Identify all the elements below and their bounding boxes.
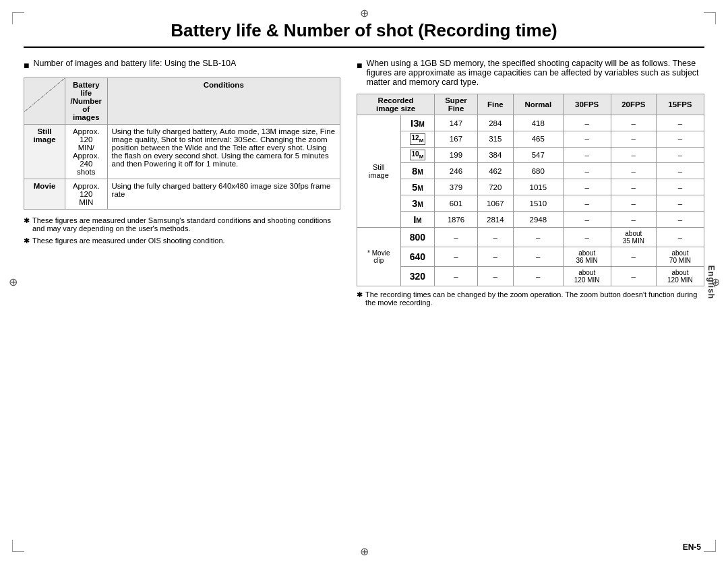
8m-superfine: 246 <box>435 163 477 179</box>
8m-fps20: – <box>611 163 656 179</box>
12m-fine: 315 <box>477 131 513 148</box>
size-1m: IM <box>400 212 435 228</box>
640-fine: – <box>477 247 513 267</box>
movie-640-row: 640 – – – about36 MIN – about70 MIN <box>357 247 704 267</box>
still-image-battery: Approx. 120MIN/Approx. 240shots <box>65 125 108 179</box>
compass-top-icon: ⊕ <box>358 7 370 19</box>
13m-fps15: – <box>656 115 704 131</box>
still-section-label: Stillimage <box>357 115 401 228</box>
movie-section-label: * Movieclip <box>357 228 401 286</box>
still-12m-row: 12M 167 315 465 – – – <box>357 131 704 148</box>
still-image-row: Still image Approx. 120MIN/Approx. 240sh… <box>24 125 340 179</box>
movie-conditions: Using the fully charged battery 640x480 … <box>107 179 340 210</box>
movie-row: Movie Approx. 120MIN Using the fully cha… <box>24 179 340 210</box>
still-10m-row: 10M 199 384 547 – – – <box>357 147 704 163</box>
3m-fps30: – <box>563 195 611 212</box>
640-superfine: – <box>435 247 477 267</box>
right-bullet: ■ When using a 1GB SD memory, the specif… <box>357 59 704 87</box>
640-normal: – <box>513 247 563 267</box>
5m-fps15: – <box>656 179 704 195</box>
320-fps30: about120 MIN <box>563 267 611 286</box>
5m-normal: 1015 <box>513 179 563 195</box>
5m-fps30: – <box>563 179 611 195</box>
size-640: 640 <box>400 247 435 267</box>
left-column: ■ Number of images and battery life: Usi… <box>24 59 340 307</box>
8m-normal: 680 <box>513 163 563 179</box>
footnote-2: ✱ These figures are measured under OIS s… <box>24 237 340 245</box>
12m-fps15: – <box>656 131 704 148</box>
footnote-1-text: These figures are measured under Samsung… <box>32 216 340 232</box>
1m-fps30: – <box>563 212 611 228</box>
320-fps15: about120 MIN <box>656 267 704 286</box>
1m-fps15: – <box>656 212 704 228</box>
fps20-header: 20FPS <box>611 94 656 115</box>
fps30-header: 30FPS <box>563 94 611 115</box>
640-fps20: – <box>611 247 656 267</box>
footnote-2-asterisk: ✱ <box>24 237 30 245</box>
page-title: Battery life & Number of shot (Recording… <box>24 20 704 48</box>
3m-fps15: – <box>656 195 704 212</box>
right-footnote-text: The recording times can be changed by th… <box>365 290 704 307</box>
compass-left-icon: ⊕ <box>7 276 19 288</box>
10m-fps30: – <box>563 147 611 163</box>
size-5m: 5M <box>400 179 435 195</box>
1m-fps20: – <box>611 212 656 228</box>
8m-fps30: – <box>563 163 611 179</box>
13m-fps20: – <box>611 115 656 131</box>
size-3m: 3M <box>400 195 435 212</box>
800-normal: – <box>513 228 563 247</box>
footnote-1: ✱ These figures are measured under Samsu… <box>24 216 340 232</box>
10m-fps15: – <box>656 147 704 163</box>
right-bullet-text: When using a 1GB SD memory, the specifie… <box>366 59 704 87</box>
1m-fine: 2814 <box>477 212 513 228</box>
left-bullet: ■ Number of images and battery life: Usi… <box>24 59 340 71</box>
size-13m: I3M <box>400 115 435 131</box>
super-fine-header: SuperFine <box>435 94 477 115</box>
800-fps20: about35 MIN <box>611 228 656 247</box>
movie-battery: Approx. 120MIN <box>65 179 108 210</box>
footnote-2-text: These figures are measured under OIS sho… <box>32 237 225 245</box>
13m-superfine: 147 <box>435 115 477 131</box>
corner-mark-br <box>704 540 716 552</box>
conditions-header: Conditions <box>107 78 340 125</box>
13m-fps30: – <box>563 115 611 131</box>
1m-superfine: 1876 <box>435 212 477 228</box>
right-footnote-asterisk: ✱ <box>357 290 363 307</box>
bullet-icon: ■ <box>24 60 29 71</box>
compass-bottom-icon: ⊕ <box>358 545 370 557</box>
640-fps15: about70 MIN <box>656 247 704 267</box>
diagonal-cell <box>24 78 65 112</box>
640-fps30: about36 MIN <box>563 247 611 267</box>
800-fps15: – <box>656 228 704 247</box>
main-columns: ■ Number of images and battery life: Usi… <box>24 59 704 307</box>
10m-normal: 547 <box>513 147 563 163</box>
13m-normal: 418 <box>513 115 563 131</box>
still-8m-row: 8M 246 462 680 – – – <box>357 163 704 179</box>
size-320: 320 <box>400 267 435 286</box>
12m-normal: 465 <box>513 131 563 148</box>
10m-superfine: 199 <box>435 147 477 163</box>
3m-normal: 1510 <box>513 195 563 212</box>
3m-fps20: – <box>611 195 656 212</box>
10m-fine: 384 <box>477 147 513 163</box>
recording-table: Recordedimage size SuperFine Fine Normal… <box>357 94 704 286</box>
320-fps20: – <box>611 267 656 286</box>
right-column: ■ When using a 1GB SD memory, the specif… <box>357 59 704 307</box>
page-content: Battery life & Number of shot (Recording… <box>24 20 704 544</box>
800-fps30: – <box>563 228 611 247</box>
right-bullet-icon: ■ <box>357 60 362 71</box>
fps15-header: 15FPS <box>656 94 704 115</box>
fine-header: Fine <box>477 94 513 115</box>
size-8m: 8M <box>400 163 435 179</box>
8m-fine: 462 <box>477 163 513 179</box>
battery-life-header: Battery life/Number ofimages <box>65 78 108 125</box>
size-800: 800 <box>400 228 435 247</box>
left-bullet-text: Number of images and battery life: Using… <box>33 59 236 68</box>
right-footnote: ✱ The recording times can be changed by … <box>357 290 704 307</box>
320-superfine: – <box>435 267 477 286</box>
corner-mark-tl <box>12 12 24 24</box>
still-3m-row: 3M 601 1067 1510 – – – <box>357 195 704 212</box>
12m-fps30: – <box>563 131 611 148</box>
12m-fps20: – <box>611 131 656 148</box>
800-superfine: – <box>435 228 477 247</box>
